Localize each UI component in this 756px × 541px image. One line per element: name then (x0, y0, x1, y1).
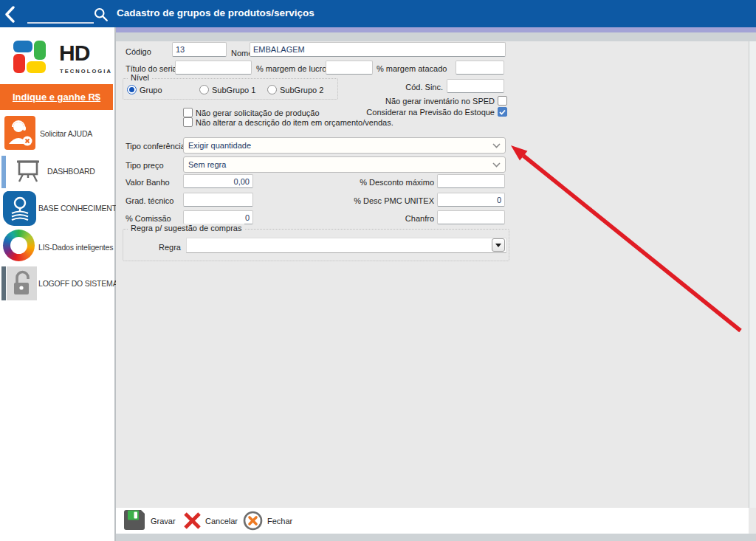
sidebar-item-lis-dados[interactable]: LIS-Dados inteligentes (0, 227, 114, 265)
nao-alterar-descricao-checkbox[interactable] (183, 117, 193, 127)
knowledge-bulb-icon (3, 191, 36, 226)
tipo-conferencia-label: Tipo conferência (126, 142, 185, 151)
nao-alterar-descricao-label: Não alterar a descrição do item em orçam… (196, 118, 394, 127)
regra-dropdown-button[interactable] (492, 238, 505, 252)
sidebar-item-logoff[interactable]: LOGOFF DO SISTEMA (0, 265, 114, 302)
titulo-serial-field[interactable] (175, 61, 252, 75)
grad-tecnico-label: Grad. técnico (126, 196, 173, 205)
nao-gerar-inventario-checkbox[interactable] (498, 96, 507, 106)
desconto-maximo-label: % Desconto máximo (347, 178, 434, 187)
sidebar-item-base-conhecimento[interactable]: BASE CONHECIMENTO (0, 190, 114, 227)
radio-subgrupo1-label: SubGrupo 1 (212, 86, 255, 94)
sidebar-item-label: BASE CONHECIMENTO (38, 204, 123, 213)
comissao-field[interactable] (183, 210, 253, 224)
margem-atacado-field[interactable] (456, 61, 504, 75)
sidebar-item-label: LIS-Dados inteligentes (38, 243, 113, 252)
dropdown-triangle-icon (495, 244, 501, 247)
logo-sub-text: TECNOLOGIA (60, 68, 112, 75)
valor-banho-field[interactable] (183, 174, 253, 188)
codigo-field[interactable] (172, 42, 227, 57)
chanfro-label: Chanfro (347, 214, 434, 223)
page-title: Cadastro de grupos de produtos/serviços (117, 7, 315, 18)
nome-field[interactable] (250, 42, 506, 57)
lis-donut-icon (3, 230, 35, 261)
radio-subgrupo2-label: SubGrupo 2 (280, 86, 323, 94)
comissao-label: % Comissão (126, 214, 171, 223)
back-chevron-icon[interactable] (4, 6, 16, 23)
tipo-preco-value: Sem regra (188, 160, 226, 169)
sidebar-item-dashboard[interactable]: DASHBOARD (0, 154, 114, 191)
panel-bottom-band (116, 534, 756, 541)
fechar-button[interactable]: Fechar (241, 509, 308, 533)
nao-gerar-inventario-label: Não gerar inventário no SPED (317, 97, 495, 106)
save-floppy-icon (124, 509, 145, 531)
fechar-label: Fechar (267, 517, 292, 526)
logo-brand-text: HD (59, 41, 89, 66)
regra-combo-field[interactable] (186, 238, 506, 253)
considerar-previsao-label: Considerar na Previsão do Estoque (317, 108, 495, 117)
nao-gerar-solicitacao-checkbox[interactable] (183, 108, 193, 117)
radio-grupo[interactable] (127, 85, 137, 94)
desc-pmc-unitex-label: % Desc PMC UNITEX (347, 196, 434, 205)
radio-subgrupo1[interactable] (199, 85, 209, 94)
cancelar-label: Cancelar (205, 517, 238, 526)
window-frame-strip (114, 27, 756, 32)
radio-subgrupo2[interactable] (267, 85, 277, 94)
regra-fieldset-legend: Regra p/ sugestão de compras (128, 224, 244, 232)
top-bar: Cadastro de grupos de produtos/serviços (0, 0, 756, 27)
valor-banho-label: Valor Banho (126, 178, 170, 187)
cod-sinc-label: Cód. Sinc. (369, 83, 443, 92)
support-agent-icon (4, 116, 35, 150)
sidebar-item-label: DASHBOARD (47, 167, 95, 176)
chanfro-field[interactable] (437, 210, 505, 224)
active-indicator-bar (1, 156, 6, 188)
sidebar-item-solicitar-ajuda[interactable]: Solicitar AJUDA (0, 114, 114, 151)
nivel-legend: Nível (128, 73, 152, 82)
margem-atacado-label: % margem atacado (377, 64, 447, 73)
logo: HD TECNOLOGIA (0, 33, 114, 81)
sidebar-item-label: Solicitar AJUDA (40, 129, 92, 138)
chevron-down-icon (492, 162, 501, 168)
app-window: Cadastro de grupos de produtos/serviços … (0, 0, 756, 541)
tipo-preco-dropdown[interactable]: Sem regra (183, 156, 506, 173)
margem-lucro-field[interactable] (326, 61, 373, 75)
codigo-label: Código (126, 47, 151, 56)
desconto-maximo-field[interactable] (437, 174, 505, 188)
sidebar: HD TECNOLOGIA Indique e ganhe R$ Solicit… (0, 27, 116, 541)
tipo-conferencia-dropdown[interactable]: Exigir quantidade (183, 137, 506, 154)
gravar-button[interactable]: Gravar (123, 509, 189, 533)
regra-label: Regra (148, 243, 181, 252)
tipo-conferencia-value: Exigir quantidade (188, 141, 251, 150)
close-circle-icon (243, 511, 263, 531)
hd-logo-icon (12, 39, 47, 75)
nao-gerar-solicitacao-label: Não gerar solicitação de produção (196, 108, 320, 117)
logoff-indicator-bar (1, 266, 6, 300)
tipo-preco-label: Tipo preço (126, 161, 164, 170)
margem-lucro-label: % margem de lucro (256, 64, 326, 73)
chevron-down-icon (492, 143, 501, 148)
cancel-x-icon (183, 511, 202, 530)
cod-sinc-field[interactable] (447, 79, 504, 93)
gravar-label: Gravar (151, 517, 176, 526)
titulo-serial-label: Título do serial (126, 64, 179, 73)
panel-top-band (116, 32, 756, 41)
radio-grupo-label: Grupo (140, 86, 162, 94)
check-icon (499, 109, 506, 115)
grad-tecnico-field[interactable] (183, 193, 253, 207)
vertical-scrollbar[interactable] (749, 41, 756, 508)
dashboard-easel-icon (15, 158, 41, 185)
desc-pmc-unitex-field[interactable] (437, 193, 505, 207)
search-input[interactable] (27, 6, 94, 24)
logoff-lock-icon (7, 266, 37, 300)
search-icon[interactable] (93, 7, 109, 22)
considerar-previsao-checkbox[interactable] (498, 107, 507, 117)
referral-promo-button[interactable]: Indique e ganhe R$ (0, 84, 113, 110)
sidebar-item-label: LOGOFF DO SISTEMA (38, 279, 117, 288)
